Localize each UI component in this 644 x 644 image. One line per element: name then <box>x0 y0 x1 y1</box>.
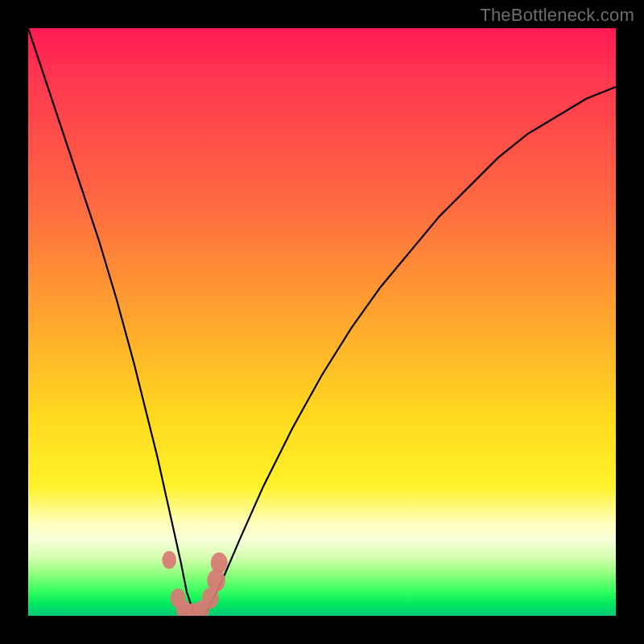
watermark-label: TheBottleneck.com <box>480 5 634 26</box>
plot-area <box>28 28 616 616</box>
curve-markers <box>162 551 227 616</box>
curve-marker <box>162 551 176 569</box>
chart-frame: TheBottleneck.com <box>0 0 644 644</box>
curve-svg <box>28 28 616 616</box>
curve-marker <box>211 552 228 573</box>
bottleneck-curve <box>28 28 616 616</box>
